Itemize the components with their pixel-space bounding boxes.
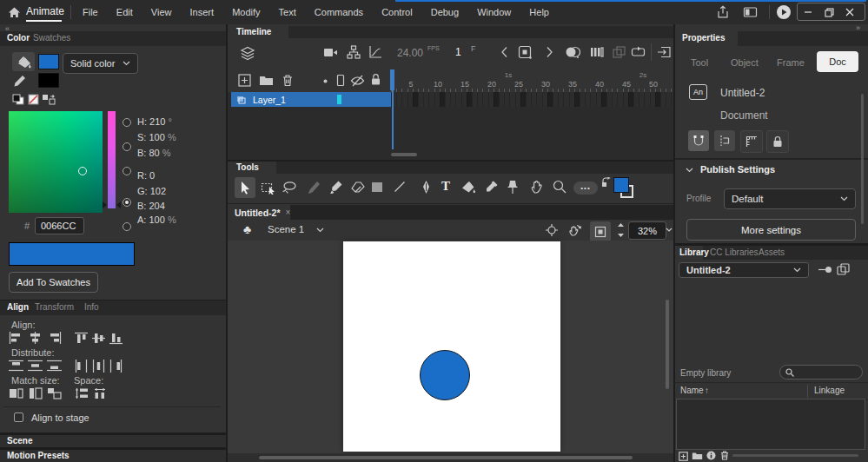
swap-colors-icon[interactable] [42, 94, 56, 105]
camera-icon[interactable] [323, 47, 338, 58]
linkage-column-header[interactable]: Linkage [814, 386, 845, 395]
space-vertically-button[interactable] [75, 387, 89, 399]
center-frame-icon[interactable] [657, 46, 671, 58]
create-loop-icon[interactable] [631, 46, 646, 58]
menu-text[interactable]: Text [271, 0, 304, 24]
column-divider[interactable] [807, 385, 808, 398]
text-tool-icon[interactable]: T [441, 179, 450, 194]
fps-value[interactable]: 24.00 [397, 47, 423, 59]
new-folder-icon[interactable] [692, 452, 703, 460]
menu-insert[interactable]: Insert [182, 0, 222, 24]
onion-skin-icon[interactable] [565, 46, 580, 58]
name-column-header[interactable]: Name [680, 386, 704, 395]
frame-type-label[interactable]: F [471, 44, 476, 53]
playhead-marker[interactable] [390, 69, 394, 90]
match-width-button[interactable] [9, 387, 23, 399]
match-height-button[interactable] [28, 387, 43, 399]
free-transform-tool-icon[interactable] [261, 181, 275, 195]
library-document-dropdown[interactable]: Untitled-2 [679, 262, 809, 278]
pin-library-icon[interactable] [818, 266, 832, 274]
menu-window[interactable]: Window [469, 0, 519, 24]
library-tab[interactable]: Library [675, 246, 703, 260]
distribute-left-button[interactable] [75, 360, 88, 373]
tab-color[interactable]: Color [7, 33, 30, 43]
show-layers-as-outlines-icon[interactable] [336, 74, 345, 87]
tab-align[interactable]: Align [7, 302, 29, 312]
swap-colors-icon[interactable] [601, 177, 612, 187]
align-left-button[interactable] [9, 332, 23, 344]
align-to-stage-checkbox[interactable] [14, 412, 23, 422]
app-name[interactable]: Animate [26, 5, 64, 17]
layer-parenting-icon[interactable] [347, 45, 361, 59]
stage-circle[interactable] [420, 350, 470, 400]
color-picker-field[interactable] [9, 111, 103, 213]
edit-symbols-icon[interactable]: ♣ [243, 222, 251, 236]
radio-brightness[interactable] [123, 167, 131, 175]
library-horizontal-scroll-thumb[interactable] [732, 454, 858, 457]
scene-name[interactable]: Scene 1 [268, 224, 304, 234]
stage-horizontal-scroll-thumb[interactable] [259, 456, 633, 459]
match-width-height-button[interactable] [47, 387, 62, 399]
menu-edit[interactable]: Edit [109, 0, 141, 24]
close-icon[interactable] [839, 3, 860, 21]
stroke-color-swatch[interactable] [38, 73, 59, 88]
assets-tab[interactable]: Assets [759, 248, 785, 257]
menu-control[interactable]: Control [374, 0, 420, 24]
props-tab-doc[interactable]: Doc [817, 51, 858, 72]
timeline-scroll-thumb[interactable] [391, 153, 417, 156]
rectangle-tool-icon[interactable] [371, 182, 383, 193]
rulers-button[interactable] [740, 130, 763, 153]
workspace-icon[interactable] [743, 5, 758, 19]
chevron-down-icon[interactable] [316, 228, 324, 233]
new-layer-icon[interactable] [238, 74, 251, 87]
color-type-dropdown[interactable]: Solid color [63, 53, 138, 74]
highlight-layer-dot-icon[interactable] [323, 79, 328, 83]
timeline-tab[interactable]: Timeline [228, 26, 288, 38]
layers-stack-icon[interactable] [240, 46, 255, 60]
distribute-top-button[interactable] [9, 360, 23, 372]
zoom-dropdown-chevron-icon[interactable] [666, 228, 673, 232]
lasso-tool-icon[interactable] [282, 181, 297, 195]
hand-tool-icon[interactable] [530, 179, 544, 195]
no-color-icon[interactable] [28, 94, 39, 105]
hide-layers-icon[interactable] [350, 75, 365, 87]
paint-bucket-tool-icon[interactable] [461, 180, 476, 195]
align-right-button[interactable] [47, 332, 62, 344]
menu-modify[interactable]: Modify [224, 0, 268, 24]
play-test-movie-icon[interactable] [776, 4, 792, 20]
radio-saturation[interactable] [123, 142, 131, 151]
distribute-vertical-center-button[interactable] [28, 360, 43, 372]
new-folder-icon[interactable] [259, 75, 274, 86]
default-colors-icon[interactable] [12, 94, 24, 105]
tab-swatches[interactable]: Swatches [33, 33, 70, 43]
lock-layers-icon[interactable] [370, 73, 381, 86]
distribute-right-button[interactable] [109, 360, 123, 373]
eyedropper-tool-icon[interactable] [485, 180, 499, 194]
props-tab-object[interactable]: Object [731, 57, 759, 68]
zoom-level-input[interactable]: 32% [628, 221, 666, 240]
asset-warp-tool-icon[interactable] [507, 180, 519, 195]
props-tab-frame[interactable]: Frame [777, 57, 805, 68]
zoom-tool-icon[interactable] [553, 180, 567, 194]
fill-color-mode-button[interactable] [12, 52, 35, 71]
cc-libraries-tab[interactable]: CC Libraries [710, 248, 759, 257]
color-picker-selector[interactable] [78, 167, 87, 175]
menu-file[interactable]: File [75, 0, 106, 24]
playhead-line[interactable] [392, 90, 394, 149]
radio-green[interactable] [123, 222, 131, 231]
tab-info[interactable]: Info [84, 302, 99, 312]
menu-debug[interactable]: Debug [423, 0, 467, 24]
section-chevron-icon[interactable] [686, 168, 693, 173]
frame-grid[interactable] [391, 92, 673, 107]
center-stage-icon[interactable] [546, 224, 558, 236]
restore-icon[interactable] [818, 3, 839, 21]
classic-brush-tool-icon[interactable] [329, 180, 343, 195]
hue-slider-arrow-right[interactable] [116, 201, 121, 208]
tab-transform[interactable]: Transform [35, 302, 74, 312]
stage-vertical-scroll-thumb[interactable] [666, 300, 669, 389]
selection-tool-button[interactable] [235, 177, 255, 198]
layer-keyframe-marker[interactable] [337, 95, 341, 104]
snap-to-objects-button[interactable] [688, 130, 709, 151]
home-icon[interactable] [8, 6, 21, 18]
add-to-swatches-button[interactable]: Add To Swatches [9, 272, 98, 293]
